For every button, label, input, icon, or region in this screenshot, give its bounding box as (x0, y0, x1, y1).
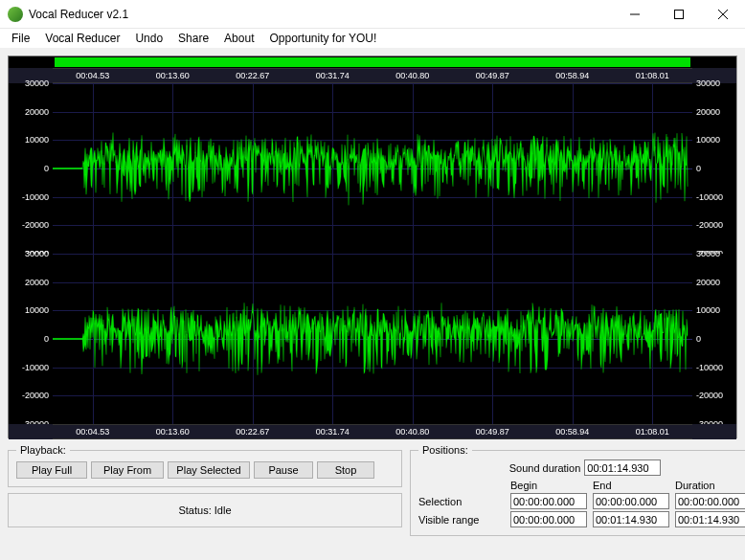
y-axis-tick: 30000 (25, 249, 49, 258)
close-button[interactable] (701, 0, 745, 29)
y-axis-tick: 10000 (25, 305, 49, 315)
ruler-tick: 00:22.67 (236, 427, 269, 437)
y-axis-tick: -10000 (696, 363, 723, 372)
ruler-tick: 00:13.60 (156, 427, 190, 437)
progress-row (9, 56, 736, 68)
stop-button[interactable]: Stop (317, 461, 374, 479)
playback-progress[interactable] (55, 57, 690, 67)
y-axis-tick: -10000 (696, 192, 723, 202)
begin-header: Begin (510, 480, 587, 491)
y-axis-tick: 20000 (696, 107, 720, 117)
y-axis-tick: 20000 (25, 278, 49, 287)
menu-undo[interactable]: Undo (127, 30, 170, 47)
menu-file[interactable]: File (4, 30, 37, 47)
svg-rect-1 (675, 10, 684, 18)
sound-duration-value: 00:01:14.930 (584, 459, 661, 476)
ruler-tick: 00:31.74 (316, 71, 350, 80)
y-axis-tick: 20000 (25, 107, 49, 117)
status-box: Status: Idle (8, 493, 402, 527)
selection-label: Selection (418, 496, 505, 507)
y-axis-tick: 30000 (696, 249, 720, 258)
waveform-right-channel[interactable]: 3000020000100000-10000-20000-30000 30000… (9, 254, 736, 424)
y-axis-left: 3000020000100000-10000-20000-30000 (9, 254, 53, 424)
visible-duration: 00:01:14.930 (675, 511, 745, 527)
sound-duration-label: Sound duration (509, 462, 581, 474)
play-full-button[interactable]: Play Full (16, 461, 87, 479)
waveform-left-channel[interactable]: 3000020000100000-10000-20000-30000 30000… (9, 83, 736, 254)
play-selected-button[interactable]: Play Selected (168, 461, 250, 479)
y-axis-tick: 30000 (696, 78, 720, 88)
y-axis-tick: -20000 (696, 220, 723, 230)
y-axis-tick: 30000 (25, 78, 49, 88)
y-axis-tick: 20000 (696, 278, 720, 287)
visible-begin: 00:00:00.000 (510, 511, 587, 527)
time-ruler-bottom[interactable]: 00:04.5300:13.6000:22.6700:31.7400:40.80… (9, 424, 736, 439)
app-icon (8, 7, 23, 22)
ruler-tick: 00:22.67 (236, 71, 269, 80)
y-axis-tick: 0 (44, 334, 49, 344)
menu-opportunity[interactable]: Opportunity for YOU! (261, 30, 384, 47)
maximize-button[interactable] (657, 0, 701, 29)
window-title: Vocal Reducer v2.1 (29, 8, 613, 21)
y-axis-tick: -10000 (22, 363, 49, 372)
y-axis-tick: 0 (696, 334, 701, 344)
ruler-tick: 00:04.53 (76, 427, 109, 437)
menu-about[interactable]: About (216, 30, 261, 47)
titlebar[interactable]: Vocal Reducer v2.1 (0, 0, 745, 29)
waveform-canvas-left[interactable] (53, 83, 692, 254)
pause-button[interactable]: Pause (254, 461, 313, 479)
visible-range-label: Visible range (418, 514, 505, 526)
playback-group: Playback: Play Full Play From Play Selec… (8, 444, 402, 487)
menu-vocal-reducer[interactable]: Vocal Reducer (37, 30, 127, 47)
y-axis-left: 3000020000100000-10000-20000-30000 (9, 83, 53, 254)
visible-end: 00:01:14.930 (593, 511, 669, 527)
y-axis-tick: -10000 (22, 192, 49, 202)
status-text: Status: Idle (178, 504, 231, 516)
y-axis-tick: 10000 (25, 135, 49, 145)
ruler-tick: 00:40.80 (395, 427, 429, 437)
positions-legend: Positions: (418, 444, 472, 456)
time-ruler-top[interactable]: 00:04.5300:13.6000:22.6700:31.7400:40.80… (9, 68, 736, 83)
end-header: End (593, 480, 669, 491)
selection-begin: 00:00:00.000 (510, 493, 587, 509)
positions-group: Positions: Sound duration 00:01:14.930 B… (410, 444, 745, 536)
menubar: File Vocal Reducer Undo Share About Oppo… (0, 29, 745, 48)
y-axis-tick: 0 (44, 164, 49, 173)
ruler-tick: 00:13.60 (156, 71, 190, 80)
waveform-panel: 00:04.5300:13.6000:22.6700:31.7400:40.80… (8, 56, 737, 438)
y-axis-tick: -20000 (696, 391, 723, 400)
y-axis-tick: -20000 (22, 391, 49, 400)
minimize-button[interactable] (613, 0, 657, 29)
y-axis-tick: 10000 (696, 135, 720, 145)
ruler-tick: 00:04.53 (76, 71, 109, 80)
selection-end: 00:00:00.000 (593, 493, 669, 509)
ruler-tick: 00:31.74 (316, 427, 350, 437)
ruler-tick: 00:58.94 (555, 71, 589, 80)
selection-duration: 00:00:00.000 (675, 493, 745, 509)
ruler-tick: 01:08.01 (636, 71, 669, 80)
duration-header: Duration (675, 480, 745, 491)
menu-share[interactable]: Share (170, 30, 216, 47)
ruler-tick: 00:49.87 (476, 71, 509, 80)
y-axis-tick: 10000 (696, 305, 720, 315)
ruler-tick: 00:49.87 (476, 427, 509, 437)
ruler-tick: 01:08.01 (636, 427, 669, 437)
ruler-tick: 00:58.94 (555, 427, 589, 437)
ruler-tick: 00:40.80 (395, 71, 429, 80)
y-axis-right: 3000020000100000-10000-20000-30000 (692, 254, 736, 424)
waveform-canvas-right[interactable] (53, 254, 692, 424)
playback-legend: Playback: (16, 444, 70, 456)
y-axis-tick: -20000 (22, 220, 49, 230)
y-axis-right: 3000020000100000-10000-20000-30000 (692, 83, 736, 254)
play-from-button[interactable]: Play From (91, 461, 164, 479)
y-axis-tick: 0 (696, 164, 701, 173)
